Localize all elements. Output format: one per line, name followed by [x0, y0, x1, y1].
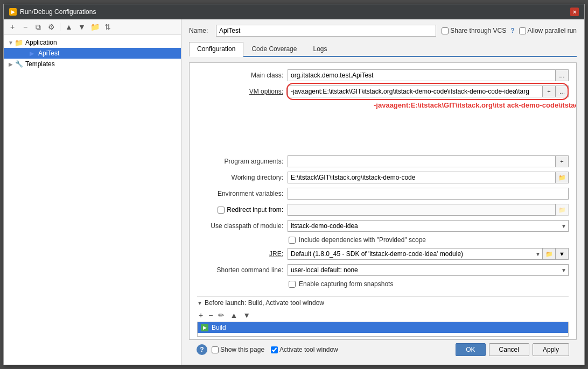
program-args-row: Program arguments: +: [197, 155, 569, 167]
templates-icon: 🔧: [15, 60, 23, 68]
program-args-input[interactable]: [288, 155, 556, 167]
share-vcs-label: Share through VCS: [442, 27, 506, 34]
apitest-label: ApiTest: [38, 49, 59, 57]
before-launch-add-button[interactable]: +: [197, 310, 205, 320]
main-class-input-wrapper: …: [288, 69, 569, 81]
jre-select-wrapper: Default (1.8.0_45 - SDK of 'itstack-demo…: [288, 248, 543, 260]
working-dir-label: Working directory:: [197, 174, 283, 181]
before-launch-item[interactable]: ▶ Build: [198, 322, 568, 333]
config-tabs: Configuration Code Coverage Logs: [189, 42, 577, 57]
dialog-title: Run/Debug Configurations: [20, 8, 96, 16]
build-icon: ▶: [201, 324, 208, 331]
show-page-checkbox[interactable]: [212, 346, 219, 353]
title-icon: ▶: [9, 8, 17, 16]
env-vars-input[interactable]: [288, 188, 569, 200]
main-class-browse-button[interactable]: …: [556, 69, 569, 81]
before-launch-down-button[interactable]: ▼: [241, 310, 252, 320]
before-launch-up-button[interactable]: ▲: [228, 310, 239, 320]
bottom-buttons: OK Cancel Apply: [456, 343, 569, 356]
vm-options-annotation-text: -javaagent:E:\itstack\GIT\itstack.org\it…: [374, 101, 577, 110]
main-class-label: Main class:: [197, 72, 283, 79]
name-input[interactable]: [216, 25, 436, 37]
redirect-input-wrapper: 📁: [288, 204, 569, 216]
before-launch-toolbar: + − ✏ ▲ ▼: [197, 309, 569, 322]
bottom-bar: ? Show this page Activate tool window OK…: [189, 339, 577, 359]
remove-config-button[interactable]: −: [20, 22, 31, 32]
folder-button[interactable]: 📁: [89, 22, 100, 32]
name-row: Name: Share through VCS ? Allow parallel…: [189, 25, 577, 37]
before-launch-remove-button[interactable]: −: [207, 310, 214, 320]
include-provided-label: Include dependencies with "Provided" sco…: [299, 236, 426, 244]
share-vcs-checkbox[interactable]: [442, 27, 449, 34]
application-folder-icon: 📁: [15, 38, 23, 47]
tab-logs[interactable]: Logs: [305, 42, 335, 56]
sort-button[interactable]: ⇅: [102, 22, 113, 32]
jre-dropdown-button[interactable]: ▼: [556, 248, 569, 260]
ok-button[interactable]: OK: [456, 343, 485, 356]
working-dir-input-wrapper: 📁: [288, 172, 569, 183]
jre-select[interactable]: Default (1.8.0_45 - SDK of 'itstack-demo…: [288, 248, 543, 260]
main-class-row: Main class: …: [197, 69, 569, 81]
shorten-select[interactable]: user-local default: none: [288, 264, 569, 276]
program-args-expand-button[interactable]: +: [556, 155, 569, 167]
redirect-browse-button[interactable]: 📁: [556, 204, 569, 216]
shorten-row: Shorten command line: user-local default…: [197, 264, 569, 276]
cancel-button[interactable]: Cancel: [489, 343, 529, 356]
env-vars-input-wrapper: [288, 188, 569, 200]
tab-code-coverage[interactable]: Code Coverage: [243, 42, 305, 56]
jre-browse-button[interactable]: 📁: [543, 248, 556, 260]
before-launch-section: ▼ Before launch: Build, Activate tool wi…: [197, 296, 569, 337]
move-up-button[interactable]: ▲: [64, 22, 74, 32]
parallel-run-checkbox[interactable]: [519, 27, 526, 34]
templates-label: Templates: [25, 60, 55, 68]
apply-button[interactable]: Apply: [533, 343, 569, 356]
settings-button[interactable]: ⚙: [46, 22, 57, 32]
before-launch-label: Before launch: Build, Activate tool wind…: [205, 299, 324, 307]
left-panel: + − ⧉ ⚙ ▲ ▼ 📁 ⇅ ▼ 📁 Application: [4, 19, 181, 365]
enable-snapshots-checkbox[interactable]: [289, 281, 296, 288]
tree-toolbar: + − ⧉ ⚙ ▲ ▼ 📁 ⇅: [4, 19, 181, 35]
move-down-button[interactable]: ▼: [76, 22, 87, 32]
enable-snapshots-label: Enable capturing form snapshots: [299, 280, 393, 288]
include-provided-row: Include dependencies with "Provided" sco…: [197, 236, 569, 244]
classpath-row: Use classpath of module: itstack-demo-co…: [197, 220, 569, 232]
tree-apitest-item[interactable]: ▶ ApiTest: [4, 48, 181, 59]
redirect-checkbox[interactable]: [218, 207, 225, 214]
include-provided-checkbox[interactable]: [289, 237, 296, 244]
config-tree: ▼ 📁 Application ▶ ApiTest ▶ 🔧 Templates: [4, 35, 181, 365]
main-class-input[interactable]: [288, 69, 556, 81]
program-args-input-wrapper: +: [288, 155, 569, 167]
right-panel: Name: Share through VCS ? Allow parallel…: [181, 19, 584, 365]
working-dir-browse-button[interactable]: 📁: [556, 172, 569, 183]
close-button[interactable]: ✕: [570, 8, 579, 16]
before-launch-edit-button[interactable]: ✏: [216, 310, 226, 320]
title-bar: ▶ Run/Debug Configurations ✕: [4, 4, 584, 19]
tree-templates-group[interactable]: ▶ 🔧 Templates: [4, 59, 181, 69]
shorten-select-wrapper: user-local default: none ▼: [288, 264, 569, 276]
vm-options-label: VM options:: [197, 88, 283, 95]
working-dir-input[interactable]: [288, 172, 556, 183]
tree-application-group[interactable]: ▼ 📁 Application: [4, 37, 181, 48]
jre-label: JRE:: [197, 250, 283, 258]
vm-options-browse-button[interactable]: …: [556, 86, 569, 97]
activate-window-checkbox[interactable]: [271, 346, 278, 353]
classpath-select[interactable]: itstack-demo-code-idea: [288, 220, 569, 232]
enable-snapshots-row: Enable capturing form snapshots: [197, 280, 569, 288]
application-label: Application: [25, 39, 57, 46]
vcs-help-icon[interactable]: ?: [510, 27, 514, 34]
build-label: Build: [212, 324, 226, 331]
before-launch-triangle[interactable]: ▼: [197, 300, 202, 306]
classpath-label: Use classpath of module:: [197, 222, 283, 230]
redirect-row: Redirect input from: 📁: [197, 204, 569, 216]
run-debug-dialog: ▶ Run/Debug Configurations ✕ + − ⧉ ⚙ ▲ ▼…: [3, 4, 585, 365]
vm-options-input[interactable]: [288, 86, 543, 97]
redirect-input[interactable]: [288, 204, 556, 216]
add-config-button[interactable]: +: [7, 22, 18, 32]
vm-options-row: VM options: + … -javaagent:E:: [197, 86, 569, 97]
name-label: Name:: [189, 27, 211, 34]
copy-config-button[interactable]: ⧉: [33, 22, 44, 32]
bottom-checkboxes: Show this page Activate tool window: [212, 346, 451, 353]
tab-configuration[interactable]: Configuration: [189, 42, 243, 57]
vm-options-expand-button[interactable]: +: [543, 86, 556, 97]
help-button[interactable]: ?: [197, 344, 207, 355]
